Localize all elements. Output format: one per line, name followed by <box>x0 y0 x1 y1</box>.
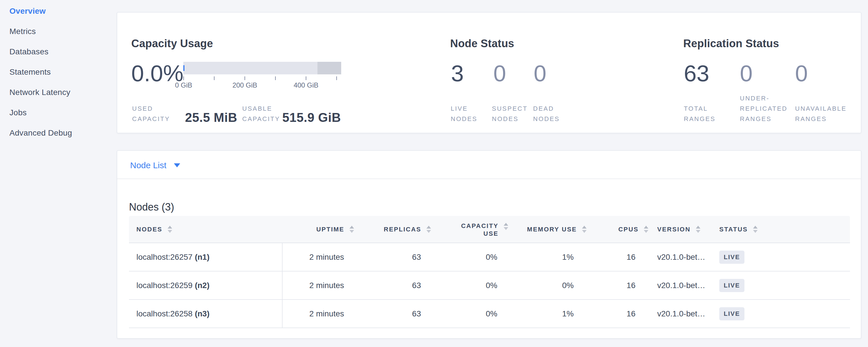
status-cell: LIVE <box>719 300 744 327</box>
used-capacity-value: 25.5 MiB <box>185 111 237 125</box>
sort-icon <box>644 226 648 233</box>
nodes-table-body: localhost:26257(n1) 2 minutes 63 0% 1% 1… <box>129 243 850 328</box>
unavailable-ranges-count: 0 <box>795 59 808 88</box>
sort-icon <box>504 223 508 230</box>
column-label: UPTIME <box>316 225 344 233</box>
sidebar: Overview Metrics Databases Statements Ne… <box>0 0 117 347</box>
capacity-bar-reserved-segment <box>317 62 341 74</box>
column-label: CAPACITY USE <box>461 222 498 238</box>
memory-use-cell: 0% <box>562 272 574 299</box>
sidebar-item-metrics[interactable]: Metrics <box>9 28 117 35</box>
node-list-dropdown[interactable]: Node List <box>130 160 180 170</box>
sidebar-item-statements[interactable]: Statements <box>9 68 117 76</box>
node-list-dropdown-label: Node List <box>130 160 166 170</box>
node-list-card: Node List Nodes (3) NODES UPTIME REPLICA… <box>117 150 861 339</box>
axis-tick <box>183 76 184 80</box>
uptime-cell: 2 minutes <box>309 243 344 271</box>
sort-icon <box>696 226 701 233</box>
sort-icon <box>427 226 431 233</box>
axis-label-0: 0 GiB <box>163 81 204 89</box>
nodes-table-header: NODES UPTIME REPLICAS CAPACITY USE MEMOR… <box>129 216 850 243</box>
column-header-memory-use[interactable]: MEMORY USE <box>527 216 587 243</box>
column-header-cpus[interactable]: CPUS <box>618 216 648 243</box>
status-badge-live: LIVE <box>719 251 744 264</box>
column-label: VERSION <box>657 225 691 233</box>
sidebar-item-overview[interactable]: Overview <box>9 7 117 15</box>
sidebar-item-advanced-debug[interactable]: Advanced Debug <box>9 129 117 137</box>
version-cell: v20.1.0-bet… <box>657 243 705 271</box>
axis-tick <box>306 76 306 80</box>
column-header-replicas[interactable]: REPLICAS <box>384 216 431 243</box>
sort-icon <box>582 226 587 233</box>
capacity-use-cell: 0% <box>486 243 497 271</box>
cpus-cell: 16 <box>627 272 636 299</box>
status-cell: LIVE <box>719 272 744 299</box>
node-address-cell: localhost:26257(n1) <box>136 243 209 271</box>
capacity-use-cell: 0% <box>486 300 497 327</box>
sort-icon <box>753 226 757 233</box>
uptime-cell: 2 minutes <box>309 272 344 299</box>
sort-icon <box>167 226 172 233</box>
status-cell: LIVE <box>719 243 744 271</box>
capacity-usage-title: Capacity Usage <box>131 37 213 50</box>
column-label: STATUS <box>719 225 748 233</box>
axis-label-200: 200 GiB <box>225 81 265 89</box>
node-status-title: Node Status <box>450 37 514 50</box>
divider <box>117 179 861 179</box>
capacity-bar-used-indicator <box>183 65 184 71</box>
table-row-node-1[interactable]: localhost:26257(n1) 2 minutes 63 0% 1% 1… <box>129 243 850 272</box>
suspect-nodes-count: 0 <box>493 59 506 88</box>
axis-tick <box>336 76 337 80</box>
under-replicated-ranges-count: 0 <box>740 59 753 88</box>
node-address-cell: localhost:26259(n2) <box>136 272 209 299</box>
capacity-use-cell: 0% <box>486 272 497 299</box>
suspect-nodes-label: SUSPECT NODES <box>492 103 528 124</box>
cluster-summary-card: Capacity Usage 0.0% 0 GiB 200 GiB 400 Gi… <box>117 12 861 133</box>
dead-nodes-count: 0 <box>534 59 547 88</box>
total-ranges-count: 63 <box>684 59 709 88</box>
unavailable-ranges-label: UNAVAILABLE RANGES <box>795 103 846 124</box>
sidebar-item-databases[interactable]: Databases <box>9 48 117 56</box>
version-cell: v20.1.0-bet… <box>657 272 705 299</box>
node-address-cell: localhost:26258(n3) <box>136 300 209 327</box>
version-cell: v20.1.0-bet… <box>657 300 705 327</box>
column-label: MEMORY USE <box>527 225 577 233</box>
total-ranges-label: TOTAL RANGES <box>684 103 716 124</box>
nodes-table: NODES UPTIME REPLICAS CAPACITY USE MEMOR… <box>129 216 850 328</box>
live-nodes-count: 3 <box>451 59 464 88</box>
column-header-status[interactable]: STATUS <box>719 216 757 243</box>
replicas-cell: 63 <box>412 243 421 271</box>
live-nodes-label: LIVE NODES <box>451 103 477 124</box>
column-label: REPLICAS <box>384 225 421 233</box>
sidebar-item-network-latency[interactable]: Network Latency <box>9 88 117 96</box>
axis-tick <box>214 76 215 80</box>
memory-use-cell: 1% <box>562 243 574 271</box>
replication-status-title: Replication Status <box>683 37 779 50</box>
usable-capacity-label: USABLE CAPACITY <box>242 103 280 124</box>
cpus-cell: 16 <box>627 243 636 271</box>
nodes-count-heading: Nodes (3) <box>129 201 174 213</box>
column-label: CPUS <box>618 225 639 233</box>
usable-capacity-value: 515.9 GiB <box>282 111 341 125</box>
sidebar-nav: Overview Metrics Databases Statements Ne… <box>0 0 117 137</box>
sidebar-item-jobs[interactable]: Jobs <box>9 109 117 117</box>
sort-icon <box>349 226 354 233</box>
uptime-cell: 2 minutes <box>309 300 344 327</box>
memory-use-cell: 1% <box>562 300 574 327</box>
table-row-node-3[interactable]: localhost:26258(n3) 2 minutes 63 0% 1% 1… <box>129 300 850 328</box>
capacity-usage-bar <box>183 62 341 74</box>
under-replicated-ranges-label: UNDER- REPLICATED RANGES <box>740 93 787 124</box>
axis-tick <box>245 76 245 80</box>
table-row-node-2[interactable]: localhost:26259(n2) 2 minutes 63 0% 0% 1… <box>129 272 850 300</box>
replicas-cell: 63 <box>412 300 421 327</box>
axis-tick <box>275 76 276 80</box>
status-badge-live: LIVE <box>719 279 744 292</box>
replicas-cell: 63 <box>412 272 421 299</box>
used-capacity-label: USED CAPACITY <box>132 103 170 124</box>
column-label: NODES <box>136 225 162 233</box>
dead-nodes-label: DEAD NODES <box>533 103 560 124</box>
chevron-down-icon <box>174 163 180 167</box>
column-header-nodes[interactable]: NODES <box>136 216 172 243</box>
column-header-uptime[interactable]: UPTIME <box>316 216 354 243</box>
column-header-version[interactable]: VERSION <box>657 216 701 243</box>
